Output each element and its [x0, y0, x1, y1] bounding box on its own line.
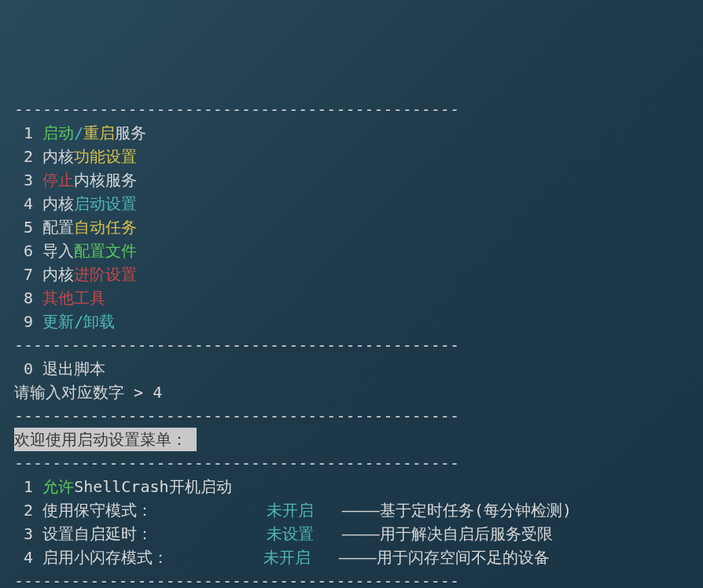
menu-number: 0: [14, 359, 42, 378]
menu-text: 进阶设置: [74, 265, 137, 284]
status-text: 未设置: [267, 524, 314, 543]
menu-item[interactable]: 7 内核进阶设置: [0, 263, 703, 286]
menu-text: 内核: [42, 194, 74, 213]
menu-text: 服务: [115, 123, 146, 142]
menu-item[interactable]: 9 更新/卸载: [0, 310, 703, 333]
menu-text: 内核服务: [74, 171, 137, 189]
menu-text: 功能设置: [74, 147, 137, 166]
menu-text: 设置自启延时：: [42, 524, 267, 543]
status-text: 未开启: [263, 548, 311, 567]
banner: 欢迎使用启动设置菜单：: [0, 428, 703, 451]
menu-text: 内核: [42, 265, 74, 284]
menu-text: 导入: [42, 241, 74, 260]
menu-text: 配置: [42, 218, 74, 237]
menu-text: 启用小闪存模式：: [42, 548, 263, 567]
divider: ----------------------------------------…: [0, 97, 703, 121]
menu-text: 启动: [42, 123, 74, 142]
menu-item[interactable]: 3 停止内核服务: [0, 168, 703, 192]
menu-text: 使用保守模式：: [42, 501, 267, 520]
menu-number: 4: [14, 194, 42, 213]
menu-number: 4: [14, 548, 42, 567]
prompt-value: 4: [153, 383, 162, 402]
menu-number: 8: [14, 288, 42, 307]
menu-number: 2: [14, 501, 42, 520]
menu-text: 其他工具: [42, 288, 105, 307]
menu-text: 更新/卸载: [42, 312, 115, 331]
submenu-item[interactable]: 1 允许ShellCrash开机启动: [0, 475, 703, 498]
menu-number: 1: [14, 123, 42, 142]
menu-item[interactable]: 1 启动/重启服务: [0, 121, 703, 145]
menu-text: 停止: [42, 171, 74, 189]
status-text: 未开启: [267, 501, 314, 520]
submenu-item[interactable]: 4 启用小闪存模式： 未开启 ————用于闪存空间不足的设备: [0, 546, 703, 569]
menu-number: 5: [14, 218, 42, 237]
menu-text: /: [74, 123, 83, 142]
divider: ----------------------------------------…: [0, 451, 703, 475]
menu-text: 允许: [42, 477, 74, 496]
divider: ----------------------------------------…: [0, 404, 703, 428]
desc-text: ————基于定时任务(每分钟检测): [342, 501, 572, 520]
submenu-item[interactable]: 3 设置自启延时： 未设置 ————用于解决自启后服务受限: [0, 522, 703, 546]
menu-item[interactable]: 6 导入配置文件: [0, 239, 703, 263]
menu-text: 重启: [83, 123, 115, 142]
prompt[interactable]: 请输入对应数字 > 4: [0, 380, 703, 404]
desc-text: ————用于闪存空间不足的设备: [339, 548, 550, 567]
menu-item[interactable]: 8 其他工具: [0, 286, 703, 310]
menu-number: 3: [14, 171, 42, 189]
menu-number: 7: [14, 265, 42, 284]
menu-text: 内核: [42, 147, 74, 166]
menu-number: 9: [14, 312, 42, 331]
menu-number: 6: [14, 241, 42, 260]
submenu-item[interactable]: 2 使用保守模式： 未开启 ————基于定时任务(每分钟检测): [0, 498, 703, 522]
menu-text: 配置文件: [74, 241, 137, 260]
menu-text: 自动任务: [74, 218, 137, 237]
banner-text: 欢迎使用启动设置菜单：: [14, 428, 197, 451]
exit-item[interactable]: 0 退出脚本: [0, 357, 703, 380]
pad: [314, 524, 342, 543]
menu-item[interactable]: 5 配置自动任务: [0, 215, 703, 239]
menu-item[interactable]: 4 内核启动设置: [0, 192, 703, 215]
pad: [314, 501, 342, 520]
divider: ----------------------------------------…: [0, 569, 703, 588]
menu-number: 3: [14, 524, 42, 543]
menu-text: 退出脚本: [42, 359, 105, 378]
menu-text: ShellCrash开机启动: [74, 477, 231, 496]
menu-number: 2: [14, 147, 42, 166]
divider: ----------------------------------------…: [0, 333, 703, 357]
desc-text: ————用于解决自启后服务受限: [342, 524, 553, 543]
menu-number: 1: [14, 477, 42, 496]
pad: [311, 548, 339, 567]
menu-text: 启动设置: [74, 194, 137, 213]
prompt-label: 请输入对应数字 >: [14, 383, 153, 402]
menu-item[interactable]: 2 内核功能设置: [0, 145, 703, 168]
